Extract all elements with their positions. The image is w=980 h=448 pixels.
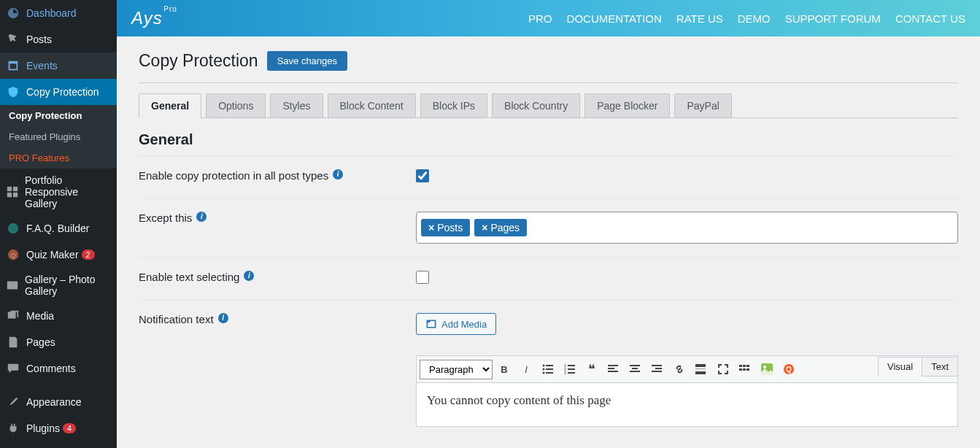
svg-rect-34 (743, 365, 746, 367)
sidebar-label: Events (26, 60, 58, 72)
page-icon (6, 335, 20, 349)
sidebar-item-faq[interactable]: F.A.Q. Builder (0, 215, 117, 242)
except-label: Except this (139, 212, 192, 224)
sidebar-item-portfolio[interactable]: Portfolio Responsive Gallery (0, 169, 117, 215)
svg-point-4 (8, 223, 18, 233)
top-navigation: PRO DOCUMENTATION RATE US DEMO SUPPORT F… (528, 12, 965, 25)
tab-block-ips[interactable]: Block IPs (420, 93, 487, 117)
sidebar-label: Portfolio Responsive Gallery (25, 174, 111, 209)
add-media-button[interactable]: Add Media (416, 313, 496, 335)
info-icon[interactable]: i (196, 212, 207, 222)
readmore-button[interactable] (691, 359, 711, 379)
info-icon[interactable]: i (218, 313, 228, 323)
align-right-button[interactable] (647, 359, 668, 379)
svg-rect-33 (739, 365, 742, 367)
svg-rect-22 (608, 368, 614, 369)
row-except: Except this i Posts Pages (139, 198, 958, 257)
number-list-button[interactable]: 123 (560, 359, 580, 379)
tab-options[interactable]: Options (206, 93, 266, 117)
submenu-copy-protection[interactable]: Copy Protection (0, 105, 117, 126)
sidebar-item-gallery[interactable]: Gallery – Photo Gallery (0, 268, 117, 303)
svg-rect-1 (13, 187, 18, 191)
svg-point-11 (543, 368, 545, 371)
topnav-documentation[interactable]: DOCUMENTATION (567, 12, 662, 25)
sidebar-label: Copy Protection (26, 86, 99, 98)
sidebar-item-dashboard[interactable]: Dashboard (0, 0, 117, 26)
enable-all-label: Enable copy protection in all post types (139, 169, 328, 182)
svg-point-13 (543, 372, 545, 374)
media-icon (425, 318, 437, 330)
enable-all-checkbox[interactable] (416, 169, 429, 182)
topnav-support[interactable]: SUPPORT FORUM (785, 12, 881, 25)
except-tag-input[interactable]: Posts Pages (416, 212, 958, 244)
save-button[interactable]: Save changes (267, 51, 347, 71)
tab-page-blocker[interactable]: Page Blocker (584, 93, 670, 117)
svg-text:3: 3 (564, 371, 566, 375)
sidebar-item-copy-protection[interactable]: Copy Protection (0, 79, 117, 105)
topnav-pro[interactable]: PRO (528, 12, 552, 25)
media-icon (6, 309, 20, 323)
pro-badge: Pro (163, 5, 177, 13)
tab-general[interactable]: General (139, 93, 201, 118)
topnav-rate-us[interactable]: RATE US (676, 12, 723, 25)
svg-rect-21 (608, 365, 618, 366)
submenu-featured-plugins[interactable]: Featured Plugins (0, 126, 117, 147)
tag-posts[interactable]: Posts (421, 219, 470, 236)
sidebar-label: Gallery – Photo Gallery (25, 274, 111, 297)
align-left-button[interactable] (603, 359, 624, 379)
svg-rect-7 (7, 282, 18, 290)
sidebar-item-posts[interactable]: Posts (0, 26, 117, 53)
sidebar-item-appearance[interactable]: Appearance (0, 389, 117, 415)
sidebar-item-quiz[interactable]: Q Quiz Maker 2 (0, 242, 117, 268)
info-icon[interactable]: i (333, 169, 343, 179)
tab-paypal[interactable]: PayPal (674, 93, 731, 117)
text-select-checkbox[interactable] (416, 271, 429, 284)
quiz-icon: Q (6, 247, 20, 262)
svg-rect-18 (568, 368, 575, 370)
italic-button[interactable]: I (516, 359, 536, 379)
bullet-list-button[interactable] (538, 359, 558, 379)
plugin-topbar: Ays Pro PRO DOCUMENTATION RATE US DEMO S… (117, 0, 980, 36)
svg-rect-29 (652, 371, 662, 372)
sidebar-item-plugins[interactable]: Plugins 4 (0, 415, 117, 441)
tab-block-content[interactable]: Block Content (328, 93, 416, 117)
format-select[interactable]: Paragraph (420, 360, 493, 379)
tag-pages[interactable]: Pages (474, 219, 527, 236)
editor-content[interactable]: You cannot copy content of this page (416, 383, 958, 427)
text-select-label: Enable text selecting (139, 271, 239, 283)
svg-rect-30 (695, 364, 706, 367)
sidebar-item-pages[interactable]: Pages (0, 329, 117, 355)
svg-rect-0 (7, 187, 12, 191)
plugin-logo: Ays Pro (131, 8, 163, 28)
info-icon[interactable]: i (244, 271, 254, 281)
sidebar-item-events[interactable]: Events (0, 53, 117, 79)
toolbar-toggle-button[interactable] (735, 359, 755, 379)
svg-text:Q: Q (786, 366, 792, 374)
editor-tab-text[interactable]: Text (922, 357, 958, 376)
tab-block-country[interactable]: Block Country (492, 93, 580, 117)
svg-rect-36 (739, 368, 742, 371)
sidebar-item-media[interactable]: Media (0, 303, 117, 329)
svg-rect-12 (546, 368, 553, 370)
tab-styles[interactable]: Styles (270, 93, 323, 117)
link-button[interactable] (669, 359, 690, 379)
notification-label: Notification text (139, 313, 214, 325)
sidebar-label: Plugins (26, 422, 60, 434)
page-title: Copy Protection (139, 51, 258, 71)
shield-icon (6, 85, 20, 99)
topnav-demo[interactable]: DEMO (738, 12, 771, 25)
gallery-icon[interactable] (757, 359, 777, 379)
bold-button[interactable]: B (494, 359, 514, 379)
svg-rect-14 (546, 372, 553, 374)
submenu-pro-features[interactable]: PRO Features (0, 147, 117, 169)
quiz-icon-button[interactable]: Q (779, 359, 799, 379)
align-center-button[interactable] (625, 359, 646, 379)
quote-button[interactable]: ❝ (582, 359, 602, 379)
main-content: Ays Pro PRO DOCUMENTATION RATE US DEMO S… (117, 0, 980, 448)
svg-rect-37 (743, 368, 746, 371)
editor-tab-visual[interactable]: Visual (878, 357, 922, 376)
topnav-contact[interactable]: CONTACT US (895, 12, 965, 25)
sidebar-label: Pages (26, 336, 55, 348)
sidebar-item-comments[interactable]: Comments (0, 355, 117, 382)
fullscreen-button[interactable] (713, 359, 733, 379)
